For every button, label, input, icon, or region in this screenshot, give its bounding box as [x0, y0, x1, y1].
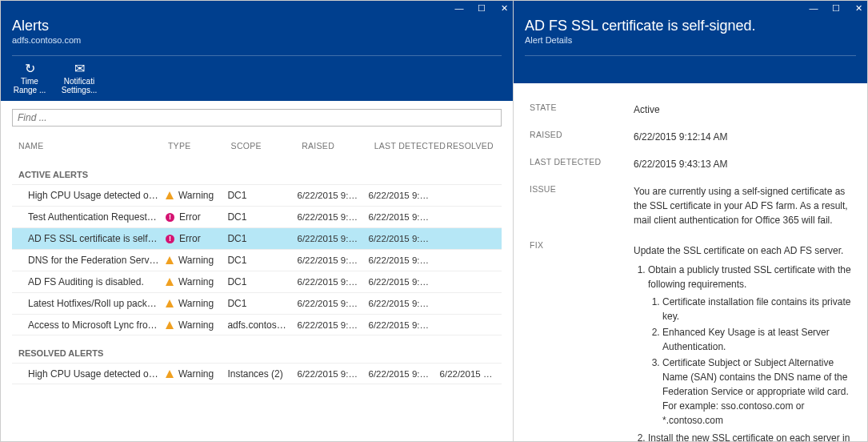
cell-name: DNS for the Federation Service may be...: [28, 255, 166, 266]
cell-type: Warning: [166, 255, 227, 266]
state-label: STATE: [530, 102, 634, 117]
close-button[interactable]: ✕: [498, 2, 510, 14]
type-label: Warning: [178, 276, 214, 287]
alerts-title: Alerts: [12, 17, 502, 34]
column-headers: NAME TYPE SCOPE RAISED LAST DETECTED RES…: [12, 127, 502, 157]
last-detected-label: LAST DETECTED: [530, 157, 634, 171]
resolved-section-head: RESOLVED ALERTS: [12, 336, 502, 363]
table-row[interactable]: Latest Hotfixes/Roll up packs are not in…: [12, 292, 502, 314]
cell-last: 6/22/2015 9:12:13: [369, 299, 440, 308]
time-range-button[interactable]: ↻ Time Range ...: [12, 61, 47, 94]
table-row[interactable]: AD FS SSL certificate is self-signed.!Er…: [12, 227, 502, 249]
issue-value: You are currently using a self-signed ce…: [634, 184, 851, 227]
cell-type: Warning: [166, 298, 227, 309]
notification-settings-label: Notificati Settings...: [62, 77, 97, 94]
cell-scope: DC1: [227, 298, 297, 309]
type-label: Warning: [178, 298, 214, 309]
close-button[interactable]: ✕: [853, 2, 864, 14]
table-row[interactable]: High CPU Usage detected on the Feder...W…: [12, 363, 502, 384]
details-scroll[interactable]: STATE Active RAISED 6/22/2015 9:12:14 AM…: [514, 83, 867, 441]
cell-name: Test Authentication Request (Synthetic..…: [28, 211, 166, 223]
details-header: — ☐ ✕ AD FS SSL certificate is self-sign…: [514, 1, 867, 83]
cell-raised: 6/22/2015 9:12:14: [298, 212, 369, 222]
alert-details-pane: — ☐ ✕ AD FS SSL certificate is self-sign…: [514, 1, 867, 441]
alerts-header: — ☐ ✕ Alerts adfs.contoso.com ↻ Time Ran…: [1, 1, 513, 101]
cell-scope: DC1: [227, 211, 297, 223]
type-label: Warning: [178, 255, 214, 266]
minimize-button[interactable]: —: [808, 2, 819, 14]
warning-icon: [166, 191, 174, 199]
cell-name: High CPU Usage detected on the Feder...: [28, 190, 166, 201]
cell-type: Warning: [166, 190, 227, 201]
table-row[interactable]: Test Authentication Request (Synthetic..…: [12, 206, 502, 227]
col-name: NAME: [18, 141, 168, 151]
fix-step1-sub3: Certificate Subject or Subject Alternati…: [662, 356, 851, 428]
type-label: Error: [179, 233, 201, 244]
table-row[interactable]: Access to Microsoft Lync from the extra.…: [12, 314, 502, 336]
cell-raised: 6/22/2015 9:55:59: [298, 191, 369, 200]
cell-raised: 6/22/2015 9:12:14: [298, 255, 369, 265]
cell-name: AD FS SSL certificate is self-signed.: [28, 233, 166, 244]
warning-icon: [166, 321, 174, 329]
cell-scope: DC1: [227, 255, 297, 266]
table-row[interactable]: DNS for the Federation Service may be...…: [12, 249, 502, 271]
col-resolved: RESOLVED: [446, 141, 502, 151]
cell-raised: 6/22/2015 9:12:14: [298, 234, 369, 243]
cell-name: Access to Microsoft Lync from the extra.…: [28, 319, 166, 331]
fix-step1-sub1: Certificate installation file contains i…: [662, 295, 851, 323]
issue-label: ISSUE: [530, 184, 634, 227]
cell-last: 6/22/2015 9:43:13: [369, 234, 440, 243]
cell-raised: 6/22/2015 9:12:14: [298, 320, 369, 330]
cell-last: 6/22/2015 9:43:13: [369, 255, 440, 265]
alerts-table: NAME TYPE SCOPE RAISED LAST DETECTED RES…: [1, 127, 513, 441]
cell-last: 6/22/2015 9:59:03: [369, 191, 440, 200]
alerts-pane: — ☐ ✕ Alerts adfs.contoso.com ↻ Time Ran…: [1, 1, 514, 441]
maximize-button[interactable]: ☐: [830, 2, 842, 14]
type-label: Error: [179, 211, 201, 223]
cell-type: Warning: [166, 276, 227, 287]
cell-scope: DC1: [227, 276, 297, 287]
cell-raised: 6/22/2015 9:12:14: [298, 277, 369, 287]
maximize-button[interactable]: ☐: [476, 2, 487, 14]
warning-icon: [166, 299, 174, 307]
time-range-label: Time Range ...: [12, 77, 47, 94]
cell-type: !Error: [166, 233, 227, 244]
cell-scope: DC1: [227, 233, 297, 244]
col-raised: RAISED: [302, 141, 374, 151]
col-type: TYPE: [168, 141, 231, 151]
warning-icon: [166, 256, 174, 264]
state-value: Active: [634, 102, 851, 117]
warning-icon: [166, 370, 174, 378]
table-row[interactable]: AD FS Auditing is disabled.WarningDC16/2…: [12, 271, 502, 292]
cell-type: Warning: [166, 368, 227, 380]
cell-name: Latest Hotfixes/Roll up packs are not in…: [28, 298, 166, 309]
cell-scope: adfs.contoso.com: [227, 319, 297, 331]
cell-last: 6/22/2015 9:43:13: [369, 212, 440, 222]
cell-last: 6/22/2015 9:52:58: [369, 369, 440, 379]
cell-scope: Instances (2): [227, 368, 297, 380]
fix-step2: Install the new SSL certificate on each …: [648, 431, 851, 441]
last-detected-value: 6/22/2015 9:43:13 AM: [634, 157, 851, 171]
active-section-head: ACTIVE ALERTS: [12, 157, 502, 184]
table-row[interactable]: High CPU Usage detected on the Feder...W…: [12, 184, 502, 206]
col-scope: SCOPE: [231, 141, 302, 151]
col-last: LAST DETECTED: [374, 141, 447, 151]
cell-name: High CPU Usage detected on the Feder...: [28, 368, 166, 380]
find-input[interactable]: [12, 109, 502, 127]
notification-settings-button[interactable]: ✉ Notificati Settings...: [62, 61, 97, 94]
cell-last: 6/22/2015 9:43:13: [369, 277, 440, 287]
clock-icon: ↻: [25, 61, 35, 75]
details-subtitle: Alert Details: [525, 34, 856, 46]
cell-resolved: 6/22/2015 9:53:58: [440, 369, 502, 379]
type-label: Warning: [178, 190, 214, 201]
cell-name: AD FS Auditing is disabled.: [28, 276, 166, 287]
fix-intro: Update the SSL certificate on each AD FS…: [634, 243, 851, 258]
minimize-button[interactable]: —: [454, 2, 465, 14]
fix-value: Update the SSL certificate on each AD FS…: [634, 240, 851, 441]
type-label: Warning: [178, 368, 214, 380]
error-icon: !: [166, 235, 174, 243]
fix-step1: Obtain a publicly trusted SSL certificat…: [648, 264, 851, 290]
cell-scope: DC1: [227, 190, 297, 201]
cell-raised: 6/22/2015 9:12:14: [298, 299, 369, 308]
warning-icon: [166, 278, 174, 286]
